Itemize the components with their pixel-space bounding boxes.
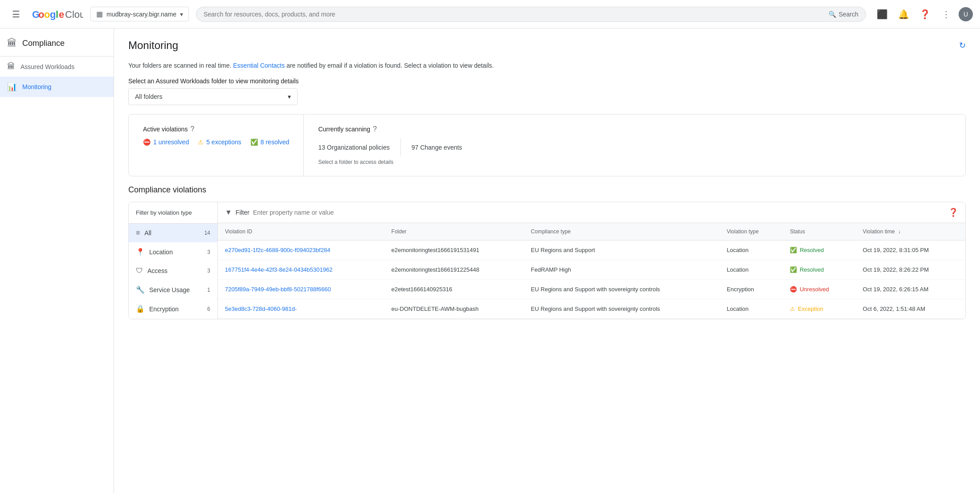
check-icon: ✅ [250, 139, 258, 146]
filter-item-encryption-label: Encryption [149, 306, 179, 313]
filter-input[interactable] [253, 209, 945, 216]
resolved-stat: ✅ 8 resolved [250, 139, 290, 146]
exceptions-stat: ⚠ 5 exceptions [198, 139, 241, 146]
avatar[interactable]: U [959, 7, 973, 21]
project-icon: ▦ [96, 10, 103, 18]
status-text-3: Exception [798, 306, 823, 312]
filter-item-location-label: Location [149, 249, 173, 256]
violations-table: Violation ID Folder Compliance type Viol… [218, 223, 965, 319]
filter-item-location[interactable]: 📍 Location 3 [129, 242, 217, 261]
error-icon: ⛔ [143, 139, 151, 146]
col-compliance-type: Compliance type [524, 223, 720, 240]
cell-violation-id: e270ed91-1f2c-4688-900c-f094023bf284 [218, 240, 384, 260]
location-icon: 📍 [136, 248, 145, 256]
project-selector[interactable]: ▦ mudbray-scary.bigr.name ▾ [90, 7, 189, 21]
filter-item-service-usage-count: 1 [207, 287, 210, 293]
currently-scanning-help[interactable]: ? [373, 125, 377, 133]
cell-violation-type-2: Encryption [719, 280, 783, 299]
description-text: Your folders are scanned in real time. [128, 62, 231, 69]
table-row: 5e3ed8c3-728d-4060-981d- eu-DONTDELETE-A… [218, 299, 965, 319]
notifications-button[interactable]: 🔔 [894, 5, 912, 23]
svg-text:o: o [38, 9, 44, 20]
dropdown-icon: ▾ [180, 11, 183, 18]
cell-status-1: ✅ Resolved [783, 260, 856, 280]
col-violation-type: Violation type [719, 223, 783, 240]
filter-sidebar-title: Filter by violation type [129, 202, 217, 224]
filter-bar-icon: ▼ [225, 208, 232, 216]
cell-compliance-type-3: EU Regions and Support with sovereignty … [524, 299, 720, 319]
currently-scanning-title: Currently scanning [318, 126, 370, 133]
refresh-button[interactable]: ↻ [959, 41, 966, 50]
search-label: Search [839, 11, 858, 18]
exceptions-link[interactable]: 5 exceptions [206, 139, 241, 146]
topbar-actions: ⬛ 🔔 ❓ ⋮ U [873, 5, 973, 23]
scanning-divider [400, 139, 401, 156]
sidebar-title: Compliance [22, 39, 65, 48]
menu-button[interactable]: ☰ [7, 5, 25, 23]
sort-icon: ↓ [898, 228, 901, 235]
change-events-stat: 97 Change events [412, 144, 462, 151]
svg-text:g: g [50, 9, 56, 20]
violation-id-link-2[interactable]: 7205f89a-7949-49eb-bbf8-5021788f6660 [225, 286, 331, 293]
cell-folder-3: eu-DONTDELETE-AWM-bugbash [384, 299, 524, 319]
active-violations-help[interactable]: ? [190, 125, 194, 133]
filter-item-access[interactable]: 🛡 Access 3 [129, 261, 217, 280]
encryption-icon: 🔒 [136, 305, 145, 313]
google-cloud-logo: G o o g l e Cloud [32, 6, 83, 22]
project-name: mudbray-scary.bigr.name [106, 11, 176, 18]
search-button[interactable]: 🔍 Search [829, 11, 858, 18]
violation-id-link-0[interactable]: e270ed91-1f2c-4688-900c-f094023bf284 [225, 247, 330, 253]
cell-time-3: Oct 6, 2022, 1:51:48 AM [856, 299, 965, 319]
active-violations-title-row: Active violations ? [143, 125, 289, 133]
col-violation-time[interactable]: Violation time ↓ [856, 223, 965, 240]
essential-contacts-link[interactable]: Essential Contacts [233, 62, 285, 69]
all-icon: ≡ [136, 229, 140, 237]
monitoring-icon: 📊 [7, 82, 17, 92]
scanning-note: Select a folder to access details [318, 159, 951, 165]
cell-violation-type-1: Location [719, 260, 783, 280]
search-bar[interactable]: 🔍 Search [196, 7, 866, 22]
help-button[interactable]: ❓ [916, 5, 934, 23]
col-folder: Folder [384, 223, 524, 240]
violations-table-wrapper: ▼ Filter ❓ Violation ID Folder Complianc… [218, 202, 965, 319]
filter-item-all-count: 14 [204, 230, 210, 236]
status-icon-2: ⛔ [790, 286, 797, 293]
filter-item-location-left: 📍 Location [136, 248, 173, 256]
violation-id-link-1[interactable]: 167751f4-4e4e-42f3-8e24-0434b5301962 [225, 266, 332, 273]
sidebar-item-monitoring[interactable]: 📊 Monitoring [0, 77, 114, 97]
cell-violation-type-0: Location [719, 240, 783, 260]
cell-compliance-type-1: FedRAMP High [524, 260, 720, 280]
filter-bar: ▼ Filter ❓ [218, 202, 965, 223]
folder-select[interactable]: All folders ▾ [128, 88, 298, 105]
unresolved-link[interactable]: 1 unresolved [153, 139, 189, 146]
cell-folder-1: e2emonitoringtest1666191225448 [384, 260, 524, 280]
table-row: 167751f4-4e4e-42f3-8e24-0434b5301962 e2e… [218, 260, 965, 280]
status-icon-1: ✅ [790, 266, 797, 273]
filter-item-service-usage[interactable]: 🔧 Service Usage 1 [129, 280, 217, 299]
filter-item-encryption[interactable]: 🔒 Encryption 6 [129, 299, 217, 318]
cell-status-0: ✅ Resolved [783, 240, 856, 260]
filter-item-service-usage-label: Service Usage [149, 286, 190, 293]
filter-item-all[interactable]: ≡ All 14 [129, 224, 217, 242]
violation-id-link-3[interactable]: 5e3ed8c3-728d-4060-981d- [225, 306, 297, 312]
status-badge-0: ✅ Resolved [790, 247, 849, 253]
search-icon: 🔍 [829, 11, 836, 18]
filter-item-encryption-count: 6 [207, 306, 210, 312]
svg-text:o: o [44, 9, 50, 20]
search-input[interactable] [204, 11, 825, 18]
terminal-button[interactable]: ⬛ [873, 5, 891, 23]
cell-status-2: ⛔ Unresolved [783, 280, 856, 299]
table-header: Violation ID Folder Compliance type Viol… [218, 223, 965, 240]
status-badge-1: ✅ Resolved [790, 266, 849, 273]
warning-icon: ⚠ [198, 139, 204, 146]
more-button[interactable]: ⋮ [937, 5, 955, 23]
google-logo: G o o g l e Cloud [32, 6, 83, 22]
filter-help-icon[interactable]: ❓ [948, 208, 958, 217]
sidebar-header: 🏛 Compliance [0, 29, 114, 57]
cell-time-2: Oct 19, 2022, 6:26:15 AM [856, 280, 965, 299]
status-icon-3: ⚠ [790, 306, 795, 312]
resolved-link[interactable]: 8 resolved [261, 139, 290, 146]
cell-folder-0: e2emonitoringtest1666191531491 [384, 240, 524, 260]
folder-select-label: Select an Assured Workloads folder to vi… [128, 77, 966, 85]
sidebar-item-assured-workloads[interactable]: 🏛 Assured Workloads [0, 57, 114, 77]
